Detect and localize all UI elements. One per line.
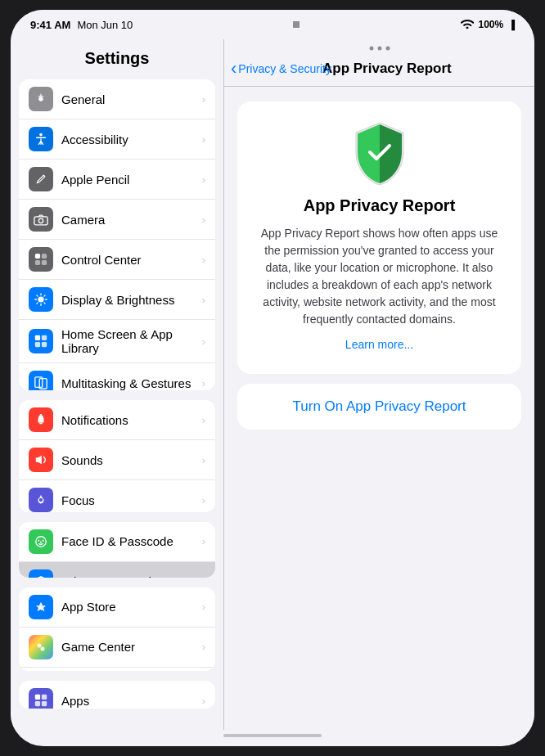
- home-bar: [11, 730, 534, 746]
- svg-point-30: [39, 498, 43, 502]
- sidebar-group-notifications: Notifications › Sounds › Focus: [19, 400, 215, 512]
- sidebar-item-apple-pencil[interactable]: Apple Pencil ›: [19, 160, 215, 200]
- chevron-icon: ›: [202, 377, 205, 389]
- chevron-icon: ›: [202, 575, 205, 578]
- nav-back-label: Privacy & Security: [238, 62, 331, 75]
- svg-rect-19: [35, 342, 40, 347]
- sidebar-item-sounds[interactable]: Sounds ›: [19, 440, 215, 480]
- status-right: 100% ▐: [461, 19, 516, 31]
- display-icon: [29, 287, 53, 312]
- apps-label: Apps: [61, 694, 194, 708]
- control-center-label: Control Center: [61, 253, 194, 267]
- multitasking-label: Multitasking & Gestures: [61, 376, 194, 390]
- sidebar-group-apps: A App Store › Game Center ›: [19, 587, 215, 671]
- chevron-icon: ›: [202, 173, 205, 186]
- ipad-device: 9:41 AM Mon Jun 10 100% ▐ Settings: [11, 10, 534, 746]
- chevron-icon: ›: [202, 294, 205, 306]
- focus-label: Focus: [61, 493, 194, 507]
- svg-rect-20: [42, 342, 47, 347]
- turn-on-button[interactable]: Turn On App Privacy Report: [293, 398, 466, 415]
- apple-pencil-icon: [29, 167, 53, 191]
- svg-rect-44: [42, 701, 47, 706]
- home-screen-icon: [29, 329, 53, 353]
- chevron-icon: ›: [202, 414, 205, 426]
- app-store-icon: A: [29, 595, 53, 619]
- chevron-icon: ›: [202, 93, 205, 106]
- sidebar-item-wallet[interactable]: Wallet & Apple Pay ›: [19, 668, 215, 671]
- sidebar-item-camera[interactable]: Camera ›: [19, 200, 215, 240]
- general-label: General: [61, 92, 194, 106]
- status-time: 9:41 AM: [30, 19, 70, 31]
- wifi-icon: [461, 19, 474, 31]
- sidebar-item-home-screen[interactable]: Home Screen & App Library ›: [19, 320, 215, 363]
- sidebar-item-apps[interactable]: Apps ›: [19, 681, 215, 709]
- home-screen-label: Home Screen & App Library: [61, 327, 194, 355]
- svg-rect-5: [42, 254, 47, 259]
- nav-page-title: App Privacy Report: [322, 61, 452, 77]
- privacy-report-title: App Privacy Report: [304, 196, 456, 215]
- sidebar-item-game-center[interactable]: Game Center ›: [19, 628, 215, 668]
- chevron-icon: ›: [202, 335, 205, 348]
- svg-point-3: [38, 218, 43, 223]
- control-center-icon: [29, 247, 53, 272]
- chevron-icon: ›: [202, 494, 205, 506]
- top-dot: [293, 21, 300, 28]
- svg-rect-28: [39, 423, 43, 425]
- sidebar-item-multitasking[interactable]: Multitasking & Gestures ›: [19, 363, 215, 390]
- chevron-icon: ›: [202, 641, 205, 653]
- sidebar-item-general[interactable]: General ›: [19, 79, 215, 119]
- svg-rect-42: [42, 695, 47, 700]
- privacy-label: Privacy & Security: [61, 574, 194, 578]
- sidebar-title: Settings: [11, 39, 223, 74]
- privacy-report-description: App Privacy Report shows how often apps …: [257, 225, 502, 328]
- game-center-label: Game Center: [61, 640, 194, 654]
- sidebar-group-security: Face ID & Passcode › Privacy & Security …: [19, 522, 215, 578]
- sidebar-item-display[interactable]: Display & Brightness ›: [19, 280, 215, 320]
- battery-level: 100%: [479, 19, 504, 30]
- display-label: Display & Brightness: [61, 293, 194, 307]
- notifications-label: Notifications: [61, 413, 194, 427]
- apps-icon: [29, 688, 53, 709]
- focus-icon: [29, 488, 53, 512]
- svg-rect-4: [35, 254, 40, 259]
- multitasking-icon: [29, 371, 53, 390]
- svg-line-15: [44, 295, 45, 296]
- main-content: ‹ Privacy & Security App Privacy Report: [224, 39, 534, 730]
- chevron-icon: ›: [202, 214, 205, 226]
- sidebar-item-face-id[interactable]: Face ID & Passcode ›: [19, 522, 215, 562]
- sidebar-item-notifications[interactable]: Notifications ›: [19, 400, 215, 440]
- svg-line-13: [37, 295, 38, 296]
- sidebar: Settings General › Accessibility: [11, 39, 223, 730]
- content-area: Settings General › Accessibility: [11, 39, 534, 730]
- nav-back-button[interactable]: ‹ Privacy & Security: [231, 60, 331, 78]
- turn-on-card: Turn On App Privacy Report: [237, 384, 521, 430]
- chevron-icon: ›: [202, 535, 205, 547]
- svg-point-46: [377, 47, 381, 51]
- svg-rect-18: [42, 335, 47, 340]
- svg-rect-2: [34, 216, 47, 224]
- chevron-icon: ›: [202, 695, 205, 707]
- svg-line-14: [44, 303, 45, 304]
- sidebar-item-accessibility[interactable]: Accessibility ›: [19, 119, 215, 160]
- svg-point-37: [38, 643, 42, 647]
- svg-rect-41: [35, 695, 40, 700]
- face-id-label: Face ID & Passcode: [61, 534, 194, 548]
- chevron-icon: ›: [202, 133, 205, 146]
- shield-icon: [350, 124, 409, 183]
- nav-bar: ‹ Privacy & Security App Privacy Report: [224, 51, 534, 87]
- accessibility-icon: [29, 127, 53, 151]
- svg-point-38: [41, 646, 45, 650]
- learn-more-link[interactable]: Learn more...: [345, 338, 413, 351]
- status-bar: 9:41 AM Mon Jun 10 100% ▐: [11, 10, 534, 39]
- chevron-icon: ›: [202, 454, 205, 466]
- status-date: Mon Jun 10: [77, 19, 133, 31]
- nav-back-chevron-icon: ‹: [231, 60, 236, 78]
- camera-icon: [29, 207, 53, 232]
- main-scroll-area: App Privacy Report App Privacy Report sh…: [224, 87, 534, 730]
- sidebar-item-app-store[interactable]: A App Store ›: [19, 587, 215, 628]
- svg-rect-43: [35, 701, 40, 706]
- sidebar-item-privacy[interactable]: Privacy & Security ›: [19, 562, 215, 578]
- sidebar-item-focus[interactable]: Focus ›: [19, 480, 215, 512]
- sidebar-item-control-center[interactable]: Control Center ›: [19, 240, 215, 280]
- general-icon: [29, 87, 53, 111]
